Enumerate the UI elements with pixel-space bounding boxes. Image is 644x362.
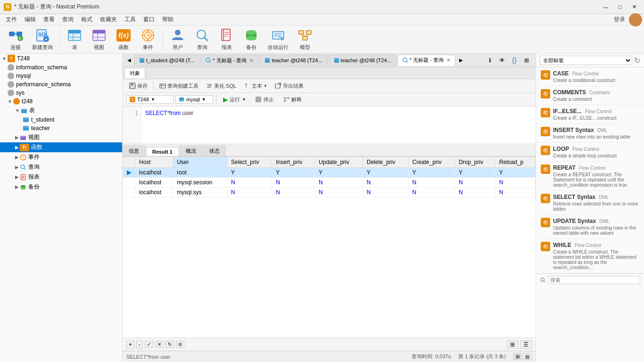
database-selector[interactable]: mysql ▼ [175, 95, 213, 104]
tab-untitled-query-1[interactable]: * 无标题 - 查询 ✕ [200, 55, 258, 66]
explain-button[interactable]: 解释 [280, 95, 305, 104]
connection-selector[interactable]: T T248 ▼ [126, 95, 173, 104]
tab-nav-left[interactable]: ◀ [124, 55, 134, 66]
sidebar-item-teacher[interactable]: teacher [0, 124, 122, 132]
menu-format[interactable]: 格式 [77, 15, 96, 25]
toolbar-auto[interactable]: 自动运行 [264, 26, 292, 53]
close-button[interactable]: ✕ [628, 2, 640, 12]
toolbar-user[interactable]: 用户 [166, 26, 190, 53]
tab-teacher-2[interactable]: teacher @t248 (T24... [329, 55, 396, 66]
tab-info[interactable]: 信息 [123, 146, 145, 156]
col-header-delete-priv[interactable]: Delete_priv [363, 157, 408, 168]
refresh-button[interactable]: ↻ [165, 341, 174, 348]
sidebar-item-funcs-folder[interactable]: ▶ fx 函数 [0, 142, 122, 152]
tab-nav-right[interactable]: ▶ [456, 55, 466, 66]
sidebar-item-reports-folder[interactable]: ▶ 报表 [0, 172, 122, 182]
braces-icon-btn[interactable]: {} [509, 55, 520, 66]
menu-edit[interactable]: 编辑 [21, 15, 40, 25]
col-header-select-priv[interactable]: Select_priv [227, 157, 272, 168]
refresh-snippets-button[interactable]: ↻ [634, 56, 640, 65]
sidebar-item-information-schema[interactable]: information_schema [0, 63, 122, 72]
toolbar-view[interactable]: 视图 [87, 26, 111, 53]
grid-view-button[interactable]: ⊞ [507, 340, 518, 349]
snippet-ifelse[interactable]: f() IF...ELSE... Flow Control Create a I… [536, 105, 644, 124]
menu-query[interactable]: 查询 [58, 15, 77, 25]
delete-record-button[interactable]: - [136, 340, 143, 349]
tab-close-active[interactable]: ✕ [446, 58, 450, 63]
snippet-repeat[interactable]: f() REPEAT Flow Control Create a REPEAT … [536, 162, 644, 191]
table-row[interactable]: ▶ localhost root Y Y Y Y Y Y Y [123, 168, 536, 178]
snippet-case[interactable]: f() CASE Flow Control Create a condition… [536, 67, 644, 86]
sidebar-item-backups-folder[interactable]: ▶ 备份 [0, 182, 122, 192]
add-record-button[interactable]: + [126, 340, 134, 349]
beautify-button[interactable]: 美化 SQL [203, 82, 239, 90]
editor-content[interactable]: SELECT*from user [141, 107, 536, 144]
window-controls[interactable]: — □ ✕ [600, 2, 640, 12]
tab-teacher-1[interactable]: teacher @t248 (T24... [259, 55, 327, 66]
toolbar-event[interactable]: 事件 [136, 26, 160, 53]
sidebar-item-t248[interactable]: ▼ T T248 [0, 54, 122, 63]
menu-file[interactable]: 文件 [2, 15, 21, 25]
snippet-select-syntax[interactable]: f() SELECT Syntax DML Retrieve rows sele… [536, 191, 644, 215]
menu-favorites[interactable]: 收藏夹 [96, 15, 121, 25]
copy-record-button[interactable]: ✓ [145, 341, 153, 348]
grid-icon-btn[interactable]: ⊞ [521, 55, 532, 66]
cancel-edit-button[interactable]: ✕ [155, 341, 164, 348]
snippet-filter[interactable]: 全部标签 [540, 56, 632, 65]
table-row[interactable]: localhost mysql.session N N N N N N N [123, 178, 536, 188]
menu-tools[interactable]: 工具 [121, 15, 140, 25]
sidebar-item-events-folder[interactable]: ▶ 事件 [0, 152, 122, 162]
minimize-button[interactable]: — [600, 2, 612, 12]
col-header-insert-priv[interactable]: Insert_priv [272, 157, 315, 168]
toolbar-report[interactable]: 报表 [215, 26, 239, 53]
tab-active-query[interactable]: * 无标题 - 查询 ✕ [397, 55, 455, 66]
login-label[interactable]: 登录 [614, 16, 625, 24]
snippet-update-syntax[interactable]: f() UPDATE Syntax DML Updates columns of… [536, 215, 644, 239]
table-row[interactable]: localhost mysql.sys N N N N N N N [123, 188, 536, 197]
tab-t-student[interactable]: t_student @t248 (T... [134, 55, 199, 66]
toolbar-backup[interactable]: 备份 [239, 26, 263, 53]
sidebar-item-tables-folder[interactable]: ▼ 表 [0, 106, 122, 115]
menu-view[interactable]: 查看 [40, 15, 58, 25]
col-header-update-priv[interactable]: Update_priv [315, 157, 363, 168]
snippet-insert-syntax[interactable]: f() INSERT Syntax DML Insert new rows in… [536, 124, 644, 143]
tab-close-1[interactable]: ✕ [249, 58, 253, 63]
toolbar-func[interactable]: f(x) 函数 [112, 26, 135, 53]
sidebar-item-mysql[interactable]: mysql [0, 72, 122, 80]
col-header-drop-priv[interactable]: Drop_priv [454, 157, 495, 168]
run-button[interactable]: ▶ 运行 ▼ [219, 95, 250, 104]
save-button[interactable]: 保存 [126, 82, 150, 90]
tab-result1[interactable]: Result 1 [146, 147, 179, 156]
col-header-create-priv[interactable]: Create_priv [408, 157, 454, 168]
snippet-loop[interactable]: f() LOOP Flow Control Create a simple lo… [536, 143, 644, 162]
create-tool-button[interactable]: 查询创建工具 [157, 82, 201, 90]
snippet-search-input[interactable] [548, 276, 640, 284]
sidebar-item-views-folder[interactable]: ▶ 视图 [0, 132, 122, 142]
sidebar-item-queries-folder[interactable]: ▶ 查询 [0, 162, 122, 172]
toolbar-query2[interactable]: 查询 [190, 26, 214, 53]
view-toggle-1[interactable]: ⊞ [513, 353, 522, 360]
toolbar-model[interactable]: 模型 [293, 26, 317, 53]
toolbar-connect[interactable]: + 连接 [4, 26, 27, 53]
form-view-button[interactable]: ☰ [520, 340, 532, 349]
tab-status[interactable]: 状态 [203, 146, 226, 156]
view-toggle-2[interactable]: ▤ [523, 353, 532, 360]
maximize-button[interactable]: □ [614, 2, 626, 12]
eye-icon-btn[interactable]: 👁 [497, 55, 507, 66]
menu-window[interactable]: 窗口 [140, 15, 158, 25]
info-icon-btn[interactable]: ℹ [485, 55, 495, 66]
tab-overview[interactable]: 概况 [180, 146, 202, 156]
export-button[interactable]: 导出结果 [272, 82, 306, 90]
col-header-host[interactable]: Host [135, 157, 173, 168]
snippet-comments[interactable]: f() COMMENTS Comment Create a comment [536, 86, 644, 105]
object-tab-objects[interactable]: 对象 [124, 68, 145, 78]
sidebar-item-t248-db[interactable]: ▼ t248 [0, 97, 122, 106]
stop-button[interactable]: 停止 [252, 95, 278, 104]
sidebar-item-performance-schema[interactable]: performance_schema [0, 80, 122, 89]
menu-help[interactable]: 帮助 [158, 15, 177, 25]
sidebar-item-sys[interactable]: sys [0, 89, 122, 97]
toolbar-table[interactable]: 表 [63, 26, 86, 53]
text-button[interactable]: T 文本 ▼ [241, 82, 270, 90]
col-header-reload-p[interactable]: Reload_p [495, 157, 535, 168]
col-header-user[interactable]: User [173, 157, 227, 168]
